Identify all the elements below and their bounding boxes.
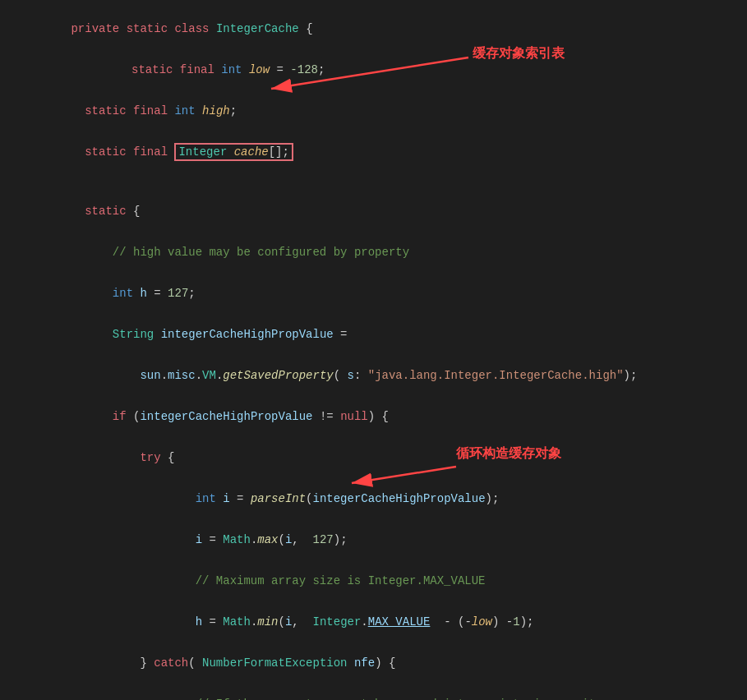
code-line-12: try { — [0, 437, 747, 478]
code-line-13: int i = parseInt(integerCacheHighPropVal… — [0, 478, 747, 519]
code-line-17: } catch( NumberFormatException nfe) { — [0, 642, 747, 684]
code-line-15: // Maximum array size is Integer.MAX_VAL… — [0, 560, 747, 601]
code-line-6: static { — [0, 191, 747, 232]
code-line-1: private static class IntegerCache { — [0, 8, 747, 49]
code-line-5 — [0, 173, 747, 191]
code-container: 缓存对象索引表 循环构造缓存对象 private static class In… — [0, 0, 747, 700]
code-line-9: String integerCacheHighPropValue = — [0, 314, 747, 355]
code-line-11: if (integerCacheHighPropValue != null) { — [0, 396, 747, 437]
code-line-3: static final int high; — [0, 90, 747, 131]
code-line-4: static final Integer cache[]; — [0, 131, 747, 173]
code-line-14: i = Math.max(i, 127); — [0, 519, 747, 560]
code-line-8: int h = 127; — [0, 273, 747, 314]
code-line-7: // high value may be configured by prope… — [0, 232, 747, 273]
code-line-16: h = Math.min(i, Integer.MAX_VALUE - (-lo… — [0, 601, 747, 642]
code-line-2: static final int low = -128; — [0, 49, 747, 90]
code-line-10: sun.misc.VM.getSavedProperty( s: "java.l… — [0, 355, 747, 396]
code-line-18: // If the property cannot be parsed into… — [0, 684, 747, 700]
